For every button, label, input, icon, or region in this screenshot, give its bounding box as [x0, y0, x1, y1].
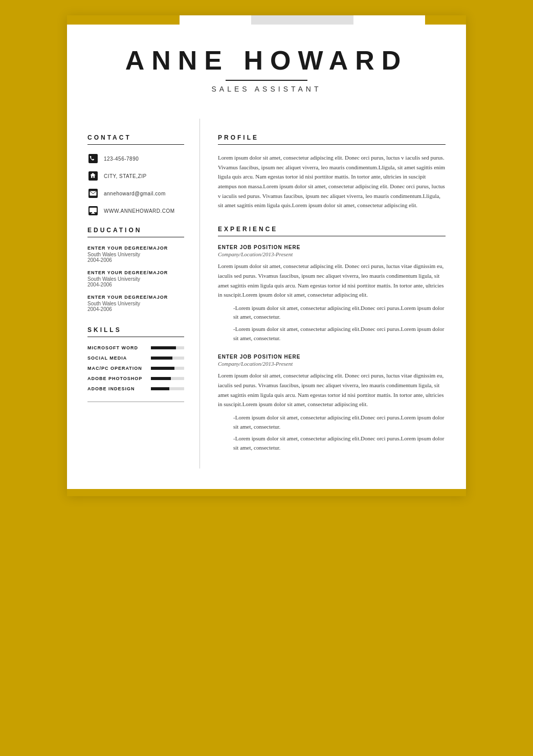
skill-name-3: MAC/PC OPERATION [87, 366, 149, 371]
exp-entry-2: ENTER JOB POSITION HERE Company/Location… [218, 354, 446, 452]
home-icon [87, 170, 99, 182]
phone-number: 123-456-7890 [104, 156, 139, 162]
skill-5: ADOBE INDESIGN [87, 386, 184, 391]
email-contact: annehoward@gmail.com [87, 188, 184, 199]
top-bar-left [67, 15, 180, 25]
phone-contact: 123-456-7890 [87, 153, 184, 164]
header-divider [226, 80, 307, 81]
resume-header: ANNE HOWARD SALES ASSISTANT [67, 25, 466, 108]
skills-divider [87, 337, 184, 337]
applicant-name: ANNE HOWARD [98, 45, 435, 76]
skill-bar-fill-1 [151, 346, 176, 349]
edu-degree-3: ENTER YOUR DEGREE/MAJOR [87, 295, 184, 300]
edu-entry-2: ENTER YOUR DEGREE/MAJOR South Wales Univ… [87, 270, 184, 287]
exp-position-1: ENTER JOB POSITION HERE [218, 244, 446, 250]
edu-entry-1: ENTER YOUR DEGREE/MAJOR South Wales Univ… [87, 246, 184, 263]
exp-company-2: Company/Location/2013-Present [218, 361, 446, 367]
edu-degree-2: ENTER YOUR DEGREE/MAJOR [87, 270, 184, 275]
website-text: WWW.ANNEHOWARD.COM [104, 208, 175, 214]
skill-bar-bg-5 [151, 387, 184, 390]
exp-position-2: ENTER JOB POSITION HERE [218, 354, 446, 360]
skill-bar-bg-4 [151, 377, 184, 380]
edu-school-3: South Wales University [87, 301, 184, 306]
website-contact: WWW.ANNEHOWARD.COM [87, 205, 184, 216]
main-content: CONTACT 123-456-7890 C [67, 108, 466, 489]
exp-bullet-2-2: -Lorem ipsum dolor sit amet, consectetur… [233, 434, 446, 452]
experience-divider [218, 236, 446, 236]
education-divider [87, 237, 184, 237]
skills-section-header: SKILLS [87, 326, 184, 333]
skill-3: MAC/PC OPERATION [87, 366, 184, 371]
skill-bar-fill-5 [151, 387, 169, 390]
contact-divider [87, 144, 184, 145]
skill-bar-bg-3 [151, 367, 184, 370]
profile-text: Lorem ipsum dolor sit amet, consectetur … [218, 153, 446, 210]
experience-section-header: EXPERIENCE [218, 226, 446, 233]
edu-entry-3: ENTER YOUR DEGREE/MAJOR South Wales Univ… [87, 295, 184, 312]
skill-4: ADOBE PHOTOSHOP [87, 376, 184, 381]
skill-bar-bg-1 [151, 346, 184, 349]
applicant-title: SALES ASSISTANT [98, 85, 435, 93]
education-section-header: EDUCATION [87, 227, 184, 234]
skill-1: MICROSOFT WORD [87, 345, 184, 350]
exp-bullets-2: -Lorem ipsum dolor sit amet, consectetur… [218, 413, 446, 452]
profile-section-header: PROFILE [218, 134, 446, 141]
edu-degree-1: ENTER YOUR DEGREE/MAJOR [87, 246, 184, 251]
edu-years-1: 2004-2006 [87, 257, 184, 263]
exp-bullet-1-1: -Lorem ipsum dolor sit amet, consectetur… [233, 304, 446, 322]
resume-document: ANNE HOWARD SALES ASSISTANT CONTACT 123-… [67, 15, 466, 496]
address-text: CITY, STATE,ZIP [104, 173, 147, 179]
contact-section-header: CONTACT [87, 134, 184, 141]
exp-entry-1: ENTER JOB POSITION HERE Company/Location… [218, 244, 446, 343]
email-text: annehoward@gmail.com [104, 191, 166, 196]
skill-bar-bg-2 [151, 357, 184, 360]
top-bar-center [251, 15, 353, 25]
exp-company-1: Company/Location/2013-Present [218, 251, 446, 257]
svg-rect-5 [90, 208, 97, 212]
skill-bar-fill-4 [151, 377, 171, 380]
svg-rect-7 [91, 213, 95, 214]
top-bar-right [425, 15, 466, 25]
edu-school-1: South Wales University [87, 252, 184, 257]
skill-bar-fill-3 [151, 367, 174, 370]
monitor-icon [87, 205, 99, 216]
edu-years-2: 2004-2006 [87, 282, 184, 287]
address-contact: CITY, STATE,ZIP [87, 170, 184, 182]
bottom-decoration [67, 489, 466, 496]
top-decoration [67, 15, 466, 25]
skill-name-1: MICROSOFT WORD [87, 345, 149, 350]
email-icon [87, 188, 99, 199]
skills-bottom-line [87, 402, 184, 402]
svg-rect-0 [88, 154, 98, 163]
profile-divider [218, 144, 446, 145]
exp-bullet-2-1: -Lorem ipsum dolor sit amet, consectetur… [233, 413, 446, 431]
exp-bullet-1-2: -Lorem ipsum dolor sit amet, consectetur… [233, 325, 446, 343]
exp-desc-2: Lorem ipsum dolor sit amet, consectetur … [218, 371, 446, 409]
skill-name-2: SOCIAL MEDIA [87, 355, 149, 361]
phone-icon [87, 153, 99, 164]
edu-school-2: South Wales University [87, 276, 184, 282]
left-column: CONTACT 123-456-7890 C [67, 119, 200, 469]
skill-bar-fill-2 [151, 357, 172, 360]
skill-2: SOCIAL MEDIA [87, 355, 184, 361]
skill-name-5: ADOBE INDESIGN [87, 386, 149, 391]
right-column: PROFILE Lorem ipsum dolor sit amet, cons… [200, 119, 466, 469]
exp-bullets-1: -Lorem ipsum dolor sit amet, consectetur… [218, 304, 446, 343]
skill-name-4: ADOBE PHOTOSHOP [87, 376, 149, 381]
exp-desc-1: Lorem ipsum dolor sit amet, consectetur … [218, 261, 446, 300]
svg-rect-6 [92, 212, 94, 213]
edu-years-3: 2004-2006 [87, 306, 184, 312]
